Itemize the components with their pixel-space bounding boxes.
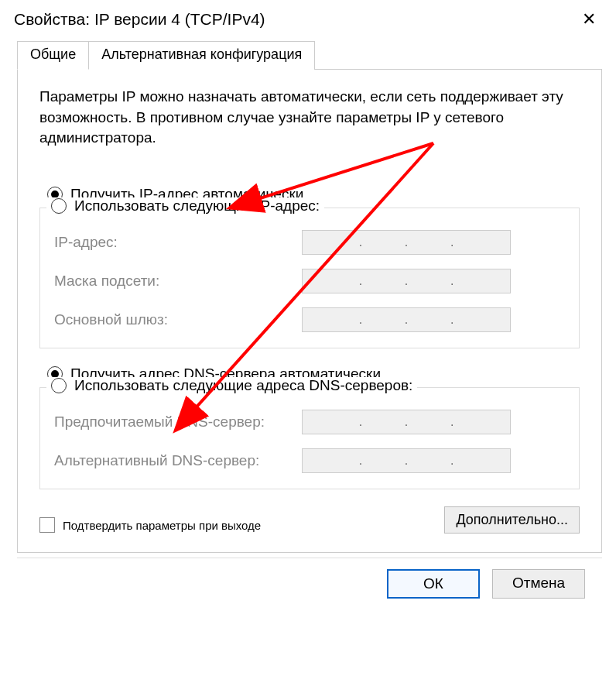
label-subnet-mask: Маска подсети: [54,273,302,290]
label-dns-preferred: Предпочитаемый DNS-сервер: [54,413,302,431]
tab-strip: Общие Альтернативная конфигурация [17,41,602,70]
close-icon: ✕ [582,9,596,29]
label-gateway: Основной шлюз: [54,311,302,328]
input-dns-preferred[interactable]: ... [302,410,511,434]
radio-icon [51,378,67,393]
input-ip-address[interactable]: ... [302,230,511,255]
checkbox-validate-label: Подтвердить параметры при выходе [63,519,261,532]
radio-ip-manual-label: Использовать следующий IP-адрес: [74,197,320,214]
advanced-button[interactable]: Дополнительно... [444,506,580,534]
field-gateway: Основной шлюз: ... [54,307,565,332]
input-dns-alternate[interactable]: ... [302,448,511,473]
ok-button[interactable]: ОК [387,569,480,599]
tab-panel-general: Параметры IP можно назначать автоматичес… [17,69,602,553]
field-dns-alternate: Альтернативный DNS-сервер: ... [54,448,565,473]
input-subnet-mask[interactable]: ... [302,269,511,293]
tab-alternate-config[interactable]: Альтернативная конфигурация [88,41,315,70]
close-button[interactable]: ✕ [574,8,604,31]
label-dns-alternate: Альтернативный DNS-сервер: [54,452,302,469]
checkbox-validate[interactable]: Подтвердить параметры при выходе [39,517,261,533]
cancel-button[interactable]: Отмена [492,569,585,599]
bottom-row: Подтвердить параметры при выходе Дополни… [39,506,580,534]
radio-dns-manual-label: Использовать следующие адреса DNS-сервер… [74,377,412,394]
field-ip-address: IP-адрес: ... [54,230,565,255]
button-bar: ОК Отмена [17,558,602,606]
fieldset-dns-manual: Использовать следующие адреса DNS-сервер… [39,387,580,489]
title-bar: Свойства: IP версии 4 (TCP/IPv4) ✕ [0,0,616,40]
radio-dns-manual[interactable]: Использовать следующие адреса DNS-сервер… [46,377,417,394]
input-gateway[interactable]: ... [302,307,511,332]
field-dns-preferred: Предпочитаемый DNS-сервер: ... [54,410,565,434]
label-ip-address: IP-адрес: [54,234,302,251]
checkbox-icon [39,517,55,533]
window-title: Свойства: IP версии 4 (TCP/IPv4) [14,10,265,29]
field-subnet-mask: Маска подсети: ... [54,269,565,293]
intro-text: Параметры IP можно назначать автоматичес… [39,87,580,149]
fieldset-ip-manual: Использовать следующий IP-адрес: IP-адре… [39,208,580,348]
dialog-body: Общие Альтернативная конфигурация Параме… [0,40,616,612]
radio-ip-manual[interactable]: Использовать следующий IP-адрес: [46,197,324,214]
radio-icon [51,198,67,214]
tab-general[interactable]: Общие [17,41,89,70]
